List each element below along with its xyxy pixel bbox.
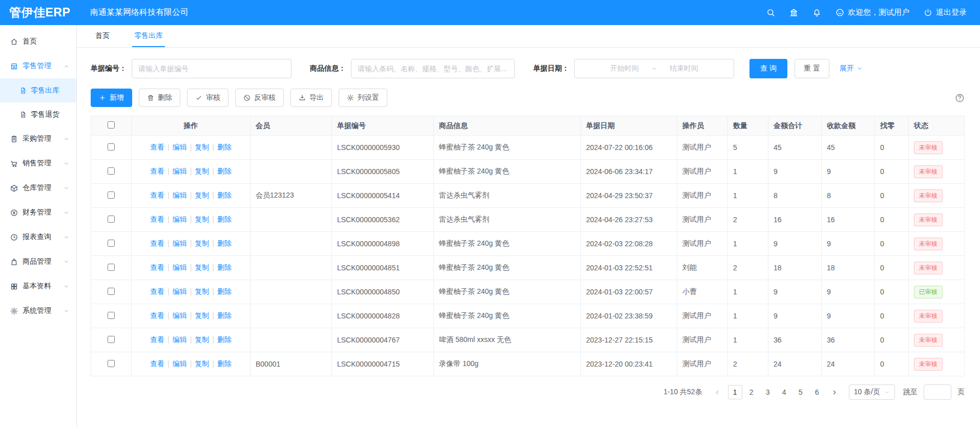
- row-action-view[interactable]: 查看: [150, 335, 164, 344]
- row-action-edit[interactable]: 编辑: [173, 143, 187, 151]
- page-button-5[interactable]: 5: [794, 385, 808, 399]
- row-action-delete[interactable]: 删除: [217, 287, 232, 295]
- row-checkbox[interactable]: [108, 360, 115, 367]
- document-icon: [19, 87, 27, 94]
- logout-button[interactable]: 退出登录: [924, 8, 967, 17]
- row-action-copy[interactable]: 复制: [195, 311, 209, 319]
- sidebar-item-retail-return[interactable]: 零售退货: [0, 102, 76, 126]
- row-action-delete[interactable]: 删除: [217, 335, 232, 344]
- date-cell: 2023-12-27 22:15:15: [581, 328, 677, 352]
- search-button[interactable]: 查 询: [749, 59, 787, 78]
- row-action-view[interactable]: 查看: [150, 311, 164, 319]
- row-action-delete[interactable]: 删除: [217, 263, 232, 271]
- row-action-copy[interactable]: 复制: [195, 215, 209, 223]
- sidebar-item-retail[interactable]: 零售管理: [0, 54, 76, 78]
- row-action-edit[interactable]: 编辑: [173, 311, 187, 319]
- row-action-view[interactable]: 查看: [150, 359, 164, 368]
- row-action-delete[interactable]: 删除: [217, 191, 232, 199]
- sidebar-item-goods[interactable]: 商品管理: [0, 249, 76, 274]
- date-range-picker[interactable]: 开始时间 ~ 结束时间: [574, 59, 734, 78]
- select-all-checkbox[interactable]: [108, 121, 115, 129]
- page-button-1[interactable]: 1: [728, 385, 742, 399]
- page-button-2[interactable]: 2: [744, 385, 759, 399]
- tab-retail-outbound[interactable]: 零售出库: [132, 25, 165, 47]
- sidebar-item-basedata[interactable]: 基本资料: [0, 274, 76, 298]
- row-action-copy[interactable]: 复制: [195, 287, 209, 295]
- row-action-copy[interactable]: 复制: [195, 167, 209, 175]
- reset-button[interactable]: 重 置: [795, 59, 829, 78]
- row-action-delete[interactable]: 删除: [217, 359, 232, 368]
- report-icon: [10, 233, 18, 241]
- next-page-button[interactable]: [827, 385, 842, 399]
- row-checkbox[interactable]: [108, 216, 115, 223]
- bill-no-input[interactable]: [132, 59, 291, 78]
- row-action-edit[interactable]: 编辑: [173, 215, 187, 223]
- sidebar-item-finance[interactable]: 财务管理: [0, 200, 76, 225]
- row-action-edit[interactable]: 编辑: [173, 263, 187, 271]
- row-action-view[interactable]: 查看: [150, 191, 164, 199]
- audit-button[interactable]: 审核: [187, 89, 228, 107]
- row-checkbox[interactable]: [108, 143, 115, 151]
- help-icon[interactable]: [955, 93, 965, 103]
- page-button-3[interactable]: 3: [761, 385, 775, 399]
- row-action-delete[interactable]: 删除: [217, 167, 232, 175]
- row-checkbox[interactable]: [108, 336, 115, 343]
- product-info-input[interactable]: [351, 59, 515, 78]
- sidebar-item-sales[interactable]: 销售管理: [0, 151, 76, 176]
- row-action-edit[interactable]: 编辑: [173, 359, 187, 368]
- unaudit-button[interactable]: 反审核: [235, 89, 284, 107]
- row-action-delete[interactable]: 删除: [217, 311, 232, 319]
- row-action-copy[interactable]: 复制: [195, 335, 209, 344]
- prev-page-button[interactable]: [711, 385, 725, 399]
- sidebar-item-system[interactable]: 系统管理: [0, 298, 76, 323]
- search-icon[interactable]: [766, 8, 775, 17]
- pagination-pages: 123456: [728, 385, 824, 399]
- sidebar-item-reports[interactable]: 报表查询: [0, 225, 76, 249]
- row-action-view[interactable]: 查看: [150, 287, 164, 295]
- row-action-copy[interactable]: 复制: [195, 191, 209, 199]
- sidebar-item-purchase[interactable]: 采购管理: [0, 126, 76, 151]
- organization-icon[interactable]: [789, 8, 798, 17]
- page-size-select[interactable]: 10 条/页: [849, 385, 895, 400]
- tab-home[interactable]: 首页: [93, 25, 112, 47]
- row-checkbox[interactable]: [108, 264, 115, 271]
- row-action-delete[interactable]: 删除: [217, 239, 232, 247]
- row-action-view[interactable]: 查看: [150, 239, 164, 247]
- row-action-view[interactable]: 查看: [150, 215, 164, 223]
- jump-page-input[interactable]: [924, 385, 951, 400]
- row-checkbox[interactable]: [108, 167, 115, 175]
- row-checkbox[interactable]: [108, 312, 115, 319]
- sidebar-item-home[interactable]: 首页: [0, 29, 76, 54]
- welcome-user[interactable]: 欢迎您，测试用户: [836, 8, 909, 17]
- expand-toggle[interactable]: 展开: [840, 64, 863, 73]
- add-button[interactable]: 新增: [91, 89, 132, 107]
- row-checkbox[interactable]: [108, 191, 115, 199]
- row-action-delete[interactable]: 删除: [217, 143, 232, 151]
- actions-cell: 查看|编辑|复制|删除: [132, 280, 251, 304]
- delete-button[interactable]: 删除: [139, 89, 180, 107]
- row-action-copy[interactable]: 复制: [195, 239, 209, 247]
- row-action-copy[interactable]: 复制: [195, 143, 209, 151]
- row-action-edit[interactable]: 编辑: [173, 239, 187, 247]
- notifications-icon[interactable]: [812, 8, 821, 17]
- row-action-edit[interactable]: 编辑: [173, 287, 187, 295]
- row-action-copy[interactable]: 复制: [195, 263, 209, 271]
- page-button-4[interactable]: 4: [777, 385, 791, 399]
- operator-cell: 测试用户: [677, 160, 728, 184]
- row-action-edit[interactable]: 编辑: [173, 335, 187, 344]
- row-checkbox[interactable]: [108, 288, 115, 295]
- row-action-copy[interactable]: 复制: [195, 359, 209, 368]
- sidebar-item-retail-outbound[interactable]: 零售出库: [0, 78, 76, 102]
- operator-cell: 测试用户: [677, 184, 728, 208]
- row-action-view[interactable]: 查看: [150, 143, 164, 151]
- sidebar-item-warehouse[interactable]: 仓库管理: [0, 176, 76, 200]
- export-button[interactable]: 导出: [290, 89, 332, 107]
- row-action-edit[interactable]: 编辑: [173, 191, 187, 199]
- page-button-6[interactable]: 6: [810, 385, 824, 399]
- column-settings-button[interactable]: 列设置: [339, 89, 387, 107]
- row-action-view[interactable]: 查看: [150, 167, 164, 175]
- row-action-delete[interactable]: 删除: [217, 215, 232, 223]
- row-action-edit[interactable]: 编辑: [173, 167, 187, 175]
- row-action-view[interactable]: 查看: [150, 263, 164, 271]
- row-checkbox[interactable]: [108, 240, 115, 247]
